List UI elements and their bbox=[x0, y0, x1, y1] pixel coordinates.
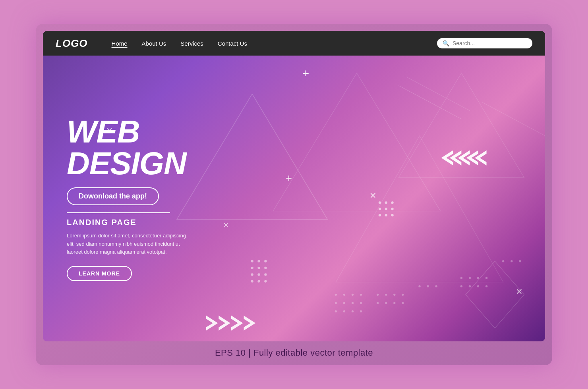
svg-marker-68 bbox=[458, 150, 470, 166]
svg-point-47 bbox=[402, 294, 404, 296]
download-button[interactable]: Dowonload the app! bbox=[67, 187, 159, 205]
svg-marker-66 bbox=[441, 150, 453, 166]
svg-point-12 bbox=[385, 201, 387, 204]
svg-point-50 bbox=[393, 302, 395, 304]
svg-point-39 bbox=[360, 302, 362, 304]
svg-text:✕: ✕ bbox=[516, 287, 523, 296]
svg-point-57 bbox=[477, 277, 479, 279]
svg-point-62 bbox=[485, 285, 487, 287]
nav-contact[interactable]: Contact Us bbox=[218, 40, 247, 47]
svg-point-31 bbox=[264, 280, 267, 282]
learn-more-button[interactable]: LEARN MORE bbox=[67, 266, 132, 281]
nav-about[interactable]: About Us bbox=[142, 40, 166, 47]
hero-description: Lorem ipsum dolor sit amet, consectetuer… bbox=[67, 232, 186, 256]
logo: LOGO bbox=[56, 37, 88, 50]
svg-point-11 bbox=[379, 201, 381, 204]
svg-point-42 bbox=[352, 310, 354, 312]
hero-title: WEB DESIGN bbox=[67, 116, 257, 179]
svg-point-38 bbox=[352, 302, 354, 304]
footer-label: EPS 10 | Fully editable vector template bbox=[215, 348, 373, 358]
nav-links: Home About Us Services Contact Us bbox=[112, 40, 437, 47]
svg-point-45 bbox=[385, 294, 387, 296]
hero-content: WEB DESIGN Dowonload the app! LANDING PA… bbox=[67, 116, 257, 281]
svg-point-56 bbox=[469, 277, 471, 279]
svg-point-48 bbox=[377, 302, 379, 304]
svg-text:✕: ✕ bbox=[369, 191, 377, 200]
svg-point-18 bbox=[385, 214, 387, 216]
svg-marker-71 bbox=[206, 316, 218, 331]
svg-point-41 bbox=[343, 310, 345, 312]
svg-point-33 bbox=[343, 294, 345, 296]
svg-point-27 bbox=[257, 273, 260, 276]
svg-point-40 bbox=[335, 310, 337, 312]
svg-marker-3 bbox=[398, 73, 524, 177]
svg-point-15 bbox=[385, 208, 387, 210]
svg-point-19 bbox=[391, 214, 393, 216]
svg-marker-74 bbox=[244, 316, 255, 331]
svg-marker-4 bbox=[466, 261, 524, 328]
hero-section: + + ✕ ✕ ✕ ✕ bbox=[43, 56, 545, 341]
nav-home[interactable]: Home bbox=[112, 40, 128, 47]
svg-point-35 bbox=[360, 294, 362, 296]
svg-point-34 bbox=[352, 294, 354, 296]
svg-line-76 bbox=[407, 77, 470, 111]
svg-point-53 bbox=[427, 285, 429, 287]
svg-marker-2 bbox=[336, 136, 503, 282]
svg-point-17 bbox=[379, 214, 381, 216]
svg-point-64 bbox=[511, 260, 513, 262]
svg-point-55 bbox=[460, 277, 462, 279]
svg-point-30 bbox=[257, 280, 260, 282]
svg-point-25 bbox=[264, 267, 267, 269]
svg-line-75 bbox=[398, 86, 461, 119]
svg-point-36 bbox=[335, 302, 337, 304]
svg-point-44 bbox=[377, 294, 379, 296]
svg-point-63 bbox=[502, 260, 504, 262]
svg-text:+: + bbox=[286, 172, 292, 184]
svg-point-60 bbox=[469, 285, 471, 287]
svg-marker-70 bbox=[475, 150, 486, 166]
svg-marker-73 bbox=[231, 316, 243, 331]
svg-point-54 bbox=[435, 285, 437, 287]
svg-point-16 bbox=[391, 208, 393, 210]
svg-point-59 bbox=[460, 285, 462, 287]
svg-point-52 bbox=[418, 285, 420, 287]
svg-point-21 bbox=[257, 260, 260, 262]
landing-subtitle: LANDING PAGE bbox=[67, 218, 257, 227]
svg-point-43 bbox=[360, 310, 362, 312]
navbar: LOGO Home About Us Services Contact Us 🔍 bbox=[43, 31, 545, 56]
svg-point-61 bbox=[477, 285, 479, 287]
svg-point-32 bbox=[335, 294, 337, 296]
svg-point-65 bbox=[519, 260, 521, 262]
svg-marker-67 bbox=[450, 150, 461, 166]
svg-point-22 bbox=[264, 260, 267, 262]
browser-frame: LOGO Home About Us Services Contact Us 🔍 bbox=[43, 31, 545, 341]
search-bar: 🔍 bbox=[437, 38, 532, 48]
svg-point-46 bbox=[393, 294, 395, 296]
svg-point-28 bbox=[264, 273, 267, 276]
outer-wrapper: LOGO Home About Us Services Contact Us 🔍 bbox=[36, 24, 552, 365]
svg-point-37 bbox=[343, 302, 345, 304]
svg-marker-72 bbox=[219, 316, 230, 331]
svg-marker-1 bbox=[273, 73, 440, 211]
svg-point-58 bbox=[485, 277, 487, 279]
svg-marker-69 bbox=[466, 150, 478, 166]
svg-point-24 bbox=[257, 267, 260, 269]
search-input[interactable] bbox=[453, 40, 527, 46]
svg-line-77 bbox=[482, 102, 545, 136]
svg-point-51 bbox=[402, 302, 404, 304]
svg-point-14 bbox=[379, 208, 381, 210]
svg-text:+: + bbox=[302, 67, 309, 80]
search-icon: 🔍 bbox=[443, 40, 449, 46]
svg-point-49 bbox=[385, 302, 387, 304]
divider bbox=[67, 212, 170, 213]
nav-services[interactable]: Services bbox=[180, 40, 203, 47]
svg-point-13 bbox=[391, 201, 393, 204]
